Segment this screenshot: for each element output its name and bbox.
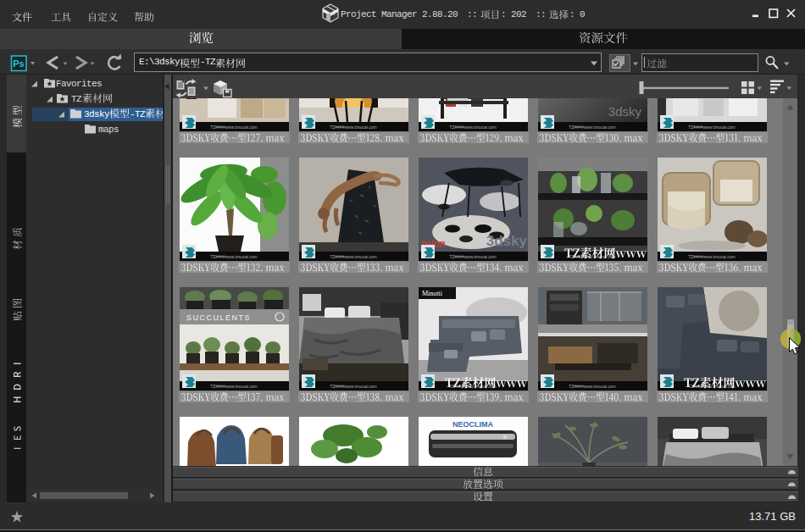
svg-text:3dsky: 3dsky: [608, 104, 642, 119]
svg-text:TZ####www.tzsucai.com: TZ####www.tzsucai.com: [330, 125, 377, 130]
svg-text:Minotti: Minotti: [422, 290, 443, 297]
svg-text:SUCCULENTS: SUCCULENTS: [186, 313, 251, 322]
svg-text:TZ####www.tzsucai.com: TZ####www.tzsucai.com: [210, 384, 258, 389]
svg-text:TZ####www.tzsucai.com: TZ####www.tzsucai.com: [330, 254, 377, 259]
svg-text:TZ####www.tzsucai.com: TZ####www.tzsucai.com: [210, 254, 258, 259]
svg-text:TZ####www.tzsucai.com: TZ####www.tzsucai.com: [688, 254, 736, 259]
svg-text:TZ####www.tzsucai.com: TZ####www.tzsucai.com: [210, 125, 258, 130]
svg-text:TZ####www.tzsucai.com: TZ####www.tzsucai.com: [569, 125, 616, 130]
svg-text:TZ####www.tzsucai.com: TZ####www.tzsucai.com: [449, 125, 497, 130]
svg-text:TZ####www.tzsucai.com: TZ####www.tzsucai.com: [330, 384, 377, 389]
svg-text:NEOCLIMA: NEOCLIMA: [452, 420, 493, 429]
svg-text:TZ####www.tzsucai.com: TZ####www.tzsucai.com: [688, 125, 736, 130]
svg-text:TZ####www.tzsucai.com: TZ####www.tzsucai.com: [569, 384, 616, 389]
svg-text:3dsky: 3dsky: [486, 233, 528, 249]
svg-text:TZ####www.tzsucai.com: TZ####www.tzsucai.com: [449, 254, 497, 259]
